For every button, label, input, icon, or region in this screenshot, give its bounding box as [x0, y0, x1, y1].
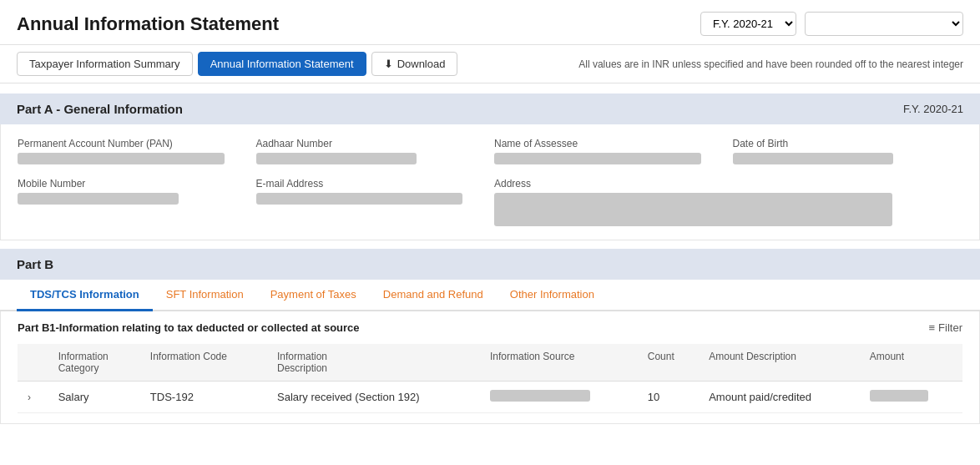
- row-description: Salary received (Section 192): [267, 382, 480, 413]
- email-label: E-mail Address: [256, 178, 487, 190]
- table-row: › Salary TDS-192 Salary received (Sectio…: [18, 382, 962, 413]
- table-section-title: Part B1-Information relating to tax dedu…: [18, 321, 360, 334]
- dob-value: [733, 153, 894, 164]
- row-expand-icon[interactable]: ›: [18, 382, 48, 413]
- mobile-label: Mobile Number: [18, 178, 248, 190]
- part-a-body: Permanent Account Number (PAN) Aadhaar N…: [0, 124, 980, 240]
- part-a-header: Part A - General Information F.Y. 2020-2…: [0, 94, 980, 124]
- table-section: Part B1-Information relating to tax dedu…: [0, 311, 980, 424]
- name-value: [494, 153, 701, 164]
- subtab-payment[interactable]: Payment of Taxes: [257, 280, 370, 311]
- part-b-header: Part B: [0, 249, 980, 280]
- col-amount: Amount: [860, 344, 962, 382]
- subtab-other[interactable]: Other Information: [497, 280, 608, 311]
- part-a-top-grid: Permanent Account Number (PAN) Aadhaar N…: [18, 138, 962, 164]
- info-table: InformationCategory Information Code Inf…: [18, 344, 962, 413]
- dob-field: Date of Birth: [733, 138, 963, 164]
- dob-label: Date of Birth: [733, 138, 963, 149]
- mobile-value: [18, 193, 179, 205]
- download-label: Download: [397, 58, 446, 70]
- col-code: Information Code: [140, 344, 267, 382]
- email-field: E-mail Address: [256, 178, 487, 226]
- fy-select[interactable]: F.Y. 2020-21 F.Y. 2019-20 F.Y. 2018-19: [700, 12, 796, 36]
- aadhaar-field: Aadhaar Number: [256, 138, 487, 164]
- header: Annual Information Statement F.Y. 2020-2…: [0, 0, 980, 45]
- col-amount-desc: Amount Description: [699, 344, 860, 382]
- table-section-header: Part B1-Information relating to tax dedu…: [18, 321, 962, 334]
- address-label: Address: [494, 178, 962, 190]
- filter-icon: ≡: [929, 321, 936, 334]
- col-category: InformationCategory: [48, 344, 140, 382]
- pan-field: Permanent Account Number (PAN): [18, 138, 248, 164]
- col-source: Information Source: [480, 344, 638, 382]
- tab-bar: Taxpayer Information Summary Annual Info…: [0, 45, 980, 83]
- tab-taxpayer-summary[interactable]: Taxpayer Information Summary: [17, 52, 193, 76]
- filter-button[interactable]: ≡ Filter: [929, 321, 962, 334]
- table-header-row: InformationCategory Information Code Inf…: [18, 344, 962, 382]
- part-a-bottom-grid: Mobile Number E-mail Address Address: [18, 178, 962, 226]
- address-field: Address: [494, 178, 962, 226]
- email-value: [256, 193, 463, 205]
- row-source: [480, 382, 638, 413]
- col-expand: [18, 344, 48, 382]
- header-controls: F.Y. 2020-21 F.Y. 2019-20 F.Y. 2018-19: [700, 12, 963, 36]
- row-amount-desc: Amount paid/credited: [699, 382, 860, 413]
- row-count: 10: [638, 382, 699, 413]
- part-a-section: Part A - General Information F.Y. 2020-2…: [0, 94, 980, 240]
- part-a-title: Part A - General Information: [17, 102, 183, 116]
- page-wrapper: Annual Information Statement F.Y. 2020-2…: [0, 0, 980, 465]
- col-description: InformationDescription: [267, 344, 480, 382]
- secondary-select[interactable]: [805, 12, 963, 36]
- note-text: All values are in INR unless specified a…: [578, 58, 963, 70]
- page-title: Annual Information Statement: [17, 13, 279, 35]
- address-value: [494, 193, 892, 226]
- pan-label: Permanent Account Number (PAN): [18, 138, 248, 149]
- col-count: Count: [638, 344, 699, 382]
- pan-value: [18, 153, 225, 164]
- subtab-sft[interactable]: SFT Information: [153, 280, 257, 311]
- tab-annual-statement[interactable]: Annual Information Statement: [198, 52, 366, 76]
- download-button[interactable]: ⬇ Download: [371, 52, 458, 76]
- row-amount: [860, 382, 962, 413]
- mobile-field: Mobile Number: [18, 178, 248, 226]
- aadhaar-value: [256, 153, 417, 164]
- name-field: Name of Assessee: [494, 138, 725, 164]
- part-b-sub-tabs: TDS/TCS Information SFT Information Paym…: [0, 280, 980, 311]
- part-b-section: Part B TDS/TCS Information SFT Informati…: [0, 249, 980, 424]
- aadhaar-label: Aadhaar Number: [256, 138, 487, 149]
- subtab-tds-tcs[interactable]: TDS/TCS Information: [17, 280, 153, 311]
- filter-label: Filter: [938, 321, 962, 334]
- download-icon: ⬇: [384, 58, 393, 70]
- subtab-demand[interactable]: Demand and Refund: [370, 280, 497, 311]
- name-label: Name of Assessee: [494, 138, 725, 149]
- row-category: Salary: [48, 382, 140, 413]
- row-code: TDS-192: [140, 382, 267, 413]
- part-a-fy: F.Y. 2020-21: [903, 103, 963, 115]
- part-b-title: Part B: [17, 257, 53, 271]
